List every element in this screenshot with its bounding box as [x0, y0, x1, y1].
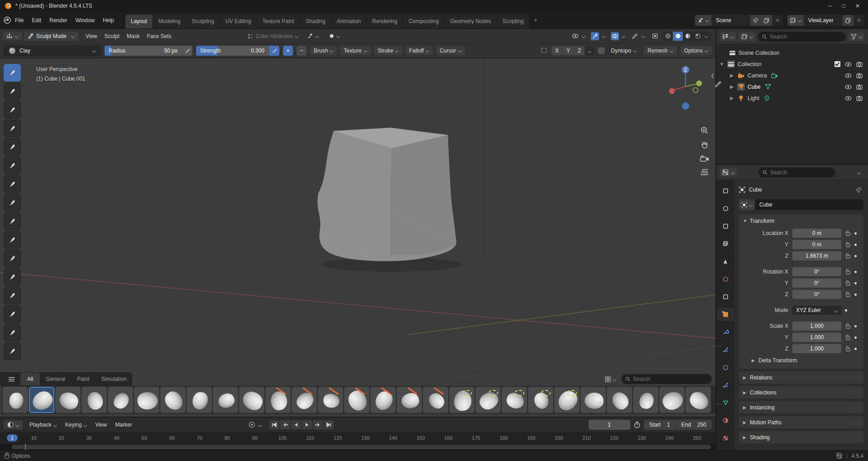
- jump-to-end-button[interactable]: [324, 420, 334, 429]
- camera-view-icon[interactable]: [700, 155, 709, 163]
- mirror-z-toggle[interactable]: Z: [574, 46, 585, 55]
- dyntopo-dropdown[interactable]: Dyntopo: [598, 46, 640, 55]
- brush-plain-thumbnail[interactable]: [580, 387, 606, 413]
- properties-tab-scene[interactable]: [718, 255, 733, 267]
- current-frame-field[interactable]: 1: [589, 420, 630, 430]
- orthographic-grid-icon[interactable]: [700, 169, 709, 175]
- xray-toggle[interactable]: [649, 31, 660, 41]
- options-dropdown[interactable]: Options: [681, 46, 712, 55]
- blob-brush-button[interactable]: [4, 175, 21, 193]
- animate-dot[interactable]: [854, 336, 857, 339]
- viewport-menu-mask[interactable]: Mask: [123, 31, 144, 41]
- z-field[interactable]: 1.000: [792, 344, 841, 353]
- scene-icon[interactable]: [695, 15, 711, 26]
- properties-tab-texture[interactable]: [718, 432, 733, 444]
- mirror-y-toggle[interactable]: Y: [563, 46, 574, 55]
- brush-smear-thumbnail[interactable]: [108, 387, 133, 413]
- lock-icon[interactable]: [845, 280, 851, 286]
- mirror-options-chevron[interactable]: [585, 46, 595, 55]
- menu-window[interactable]: Window: [71, 15, 99, 25]
- properties-tab-world[interactable]: [718, 273, 733, 285]
- copy-scene-icon[interactable]: [761, 15, 772, 26]
- filter-button[interactable]: [849, 33, 864, 41]
- breadcrumb-object[interactable]: Cube: [749, 187, 762, 193]
- outliner-display-mode-button[interactable]: [739, 32, 755, 41]
- animate-dot[interactable]: [854, 348, 857, 350]
- mode-field[interactable]: XYZ Euler: [792, 306, 841, 315]
- properties-tab-view-layer[interactable]: [718, 238, 733, 250]
- properties-tab-modifiers[interactable]: [718, 326, 733, 338]
- dyntopo-checkbox[interactable]: [598, 48, 604, 54]
- maximize-button[interactable]: □: [842, 3, 845, 9]
- stopwatch-icon[interactable]: [633, 421, 641, 428]
- auto-keying-toggle[interactable]: [248, 421, 262, 428]
- scene-name[interactable]: Scene: [711, 17, 750, 24]
- brush-ridged-thumbnail[interactable]: [55, 387, 81, 413]
- copy-viewlayer-icon[interactable]: [843, 15, 854, 26]
- scrape-brush-button[interactable]: [4, 250, 21, 267]
- draw-sharp-brush-button[interactable]: [4, 82, 21, 100]
- current-frame-indicator[interactable]: 1: [5, 435, 20, 441]
- rotation-x-field[interactable]: 0°: [792, 267, 841, 276]
- pinch-brush-button[interactable]: [4, 287, 21, 304]
- workspace-tab-modeling[interactable]: Modeling: [153, 14, 187, 29]
- brush-plain-2-thumbnail[interactable]: [607, 387, 632, 413]
- outliner-item-light[interactable]: ▶Light: [719, 92, 866, 104]
- workspace-tab-sculpting[interactable]: Sculpting: [187, 14, 220, 29]
- brush-spheres-thumbnail[interactable]: [3, 387, 28, 413]
- shading-solid-button[interactable]: [673, 32, 683, 41]
- lock-icon[interactable]: [845, 323, 851, 329]
- close-button[interactable]: ✕: [855, 3, 860, 9]
- pin-scene-icon[interactable]: [750, 15, 761, 26]
- scene-collection-row[interactable]: Scene Collection: [719, 47, 866, 58]
- viewlayer-name[interactable]: ViewLayer: [804, 17, 843, 24]
- radius-slider[interactable]: Radius50 px: [105, 46, 182, 56]
- stroke-dropdown[interactable]: Stroke: [374, 46, 403, 55]
- properties-tab-collection[interactable]: [718, 291, 733, 303]
- shelf-search-input[interactable]: [633, 376, 708, 382]
- pan-hand-icon[interactable]: [700, 141, 709, 149]
- expand-arrow[interactable]: ▶: [729, 96, 734, 101]
- next-keyframe-button[interactable]: [313, 420, 323, 429]
- brush-snake-thumbnail[interactable]: [134, 387, 159, 413]
- panel-shading[interactable]: ▶Shading::::: [739, 431, 863, 443]
- lock-icon[interactable]: [845, 335, 851, 340]
- brush-bubbles-thumbnail[interactable]: [370, 387, 396, 413]
- brush-rock-thumbnail[interactable]: [397, 387, 422, 413]
- viewport-3d[interactable]: User Perspective (1) Cube | Cube.001 Z: [0, 58, 715, 372]
- smooth-brush-button[interactable]: [4, 212, 21, 230]
- timeline-menu-playback[interactable]: Playback: [25, 420, 61, 430]
- panel-collections[interactable]: ▶Collections::::: [739, 386, 863, 399]
- workspace-tab-rendering[interactable]: Rendering: [367, 14, 403, 29]
- properties-tab-render[interactable]: [718, 202, 733, 214]
- remesh-dropdown[interactable]: Remesh: [644, 46, 677, 55]
- timeline-editor-type-button[interactable]: [4, 420, 23, 429]
- brush-dropdown[interactable]: Brush: [310, 46, 337, 55]
- object-name-field[interactable]: Cube: [755, 199, 863, 210]
- strength-pressure-button[interactable]: [269, 46, 279, 56]
- flatten-brush-button[interactable]: [4, 231, 21, 249]
- lock-icon[interactable]: [845, 292, 851, 297]
- expand-arrow[interactable]: ▶: [729, 73, 734, 78]
- workspace-tab-uv-editing[interactable]: UV Editing: [220, 14, 257, 29]
- brush-slope-thumbnail[interactable]: [528, 387, 553, 413]
- strength-slider[interactable]: Strength0.300: [196, 46, 269, 56]
- menu-file[interactable]: File: [11, 15, 28, 25]
- menu-render[interactable]: Render: [45, 15, 71, 25]
- properties-tab-object-data[interactable]: [718, 397, 733, 408]
- brush-subtract-button[interactable]: −: [297, 46, 307, 56]
- lock-icon[interactable]: [845, 346, 851, 351]
- timeline-menu-marker[interactable]: Marker: [111, 420, 136, 430]
- brush-cone-thumbnail[interactable]: [423, 387, 448, 413]
- transform-panel-header[interactable]: ▼ Transform ::::: [739, 215, 863, 227]
- workspace-tab-shading[interactable]: Shading: [300, 14, 331, 29]
- brush-plain-3-thumbnail[interactable]: [633, 387, 658, 413]
- y-field[interactable]: 1.000: [792, 333, 841, 342]
- brush-selector[interactable]: Clay: [4, 45, 101, 56]
- overlays-toggle[interactable]: [609, 31, 627, 41]
- z-field[interactable]: 0°: [792, 290, 841, 299]
- brush-scoop-2-thumbnail[interactable]: [344, 387, 369, 413]
- properties-tab-tool[interactable]: [718, 185, 733, 197]
- brush-plain-5-thumbnail[interactable]: [686, 387, 711, 413]
- shading-wireframe-button[interactable]: [663, 32, 673, 41]
